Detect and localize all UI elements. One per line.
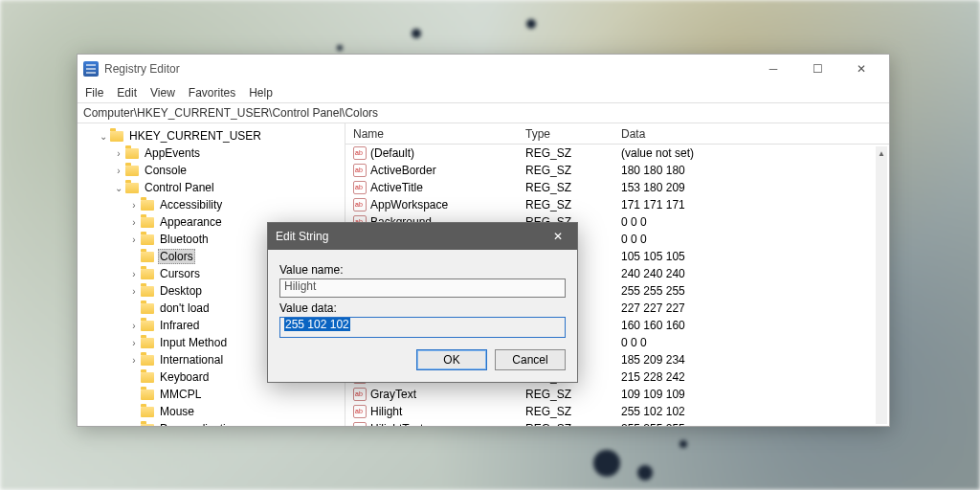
value-data: 255 255 255 <box>613 422 889 426</box>
value-data: 180 180 180 <box>613 164 889 177</box>
value-data: 240 240 240 <box>613 267 889 280</box>
value-row[interactable]: GrayTextREG_SZ109 109 109 <box>345 386 889 403</box>
expand-icon[interactable]: ⌄ <box>97 131 110 142</box>
tree-node[interactable]: Personalization <box>78 420 345 426</box>
expand-icon[interactable]: ⌄ <box>112 183 125 193</box>
expand-icon[interactable]: › <box>127 217 141 228</box>
folder-icon <box>141 321 154 331</box>
expand-icon[interactable]: › <box>127 338 141 348</box>
tree-label: Colors <box>158 249 195 264</box>
expand-icon[interactable]: › <box>127 200 141 211</box>
value-type: REG_SZ <box>518 181 613 194</box>
folder-icon <box>141 269 154 279</box>
folder-icon <box>125 183 139 193</box>
cancel-button[interactable]: Cancel <box>495 349 566 370</box>
tree-label: Mouse <box>158 405 196 418</box>
expand-icon[interactable]: › <box>127 269 141 279</box>
expand-icon[interactable]: › <box>127 355 141 366</box>
value-name-field: Hilight <box>279 278 566 298</box>
tree-label: Appearance <box>158 215 224 229</box>
tree-label: Input Method <box>158 336 229 349</box>
ok-button[interactable]: OK <box>416 349 487 370</box>
string-value-icon <box>353 405 367 418</box>
col-data[interactable]: Data <box>613 127 889 141</box>
folder-icon <box>141 390 154 400</box>
menu-help[interactable]: Help <box>249 86 273 100</box>
value-data: 105 105 105 <box>613 250 889 263</box>
address-bar[interactable]: Computer\HKEY_CURRENT_USER\Control Panel… <box>78 102 889 123</box>
folder-icon <box>141 252 154 262</box>
value-type: REG_SZ <box>518 422 613 426</box>
value-name: AppWorkspace <box>370 198 448 212</box>
string-value-icon <box>353 198 367 212</box>
col-type[interactable]: Type <box>518 127 613 141</box>
expand-icon[interactable]: › <box>127 286 141 297</box>
menu-view[interactable]: View <box>150 86 175 100</box>
value-name: Hilight <box>370 405 402 418</box>
folder-icon <box>141 372 154 383</box>
value-name: GrayText <box>370 388 416 401</box>
value-row[interactable]: ActiveTitleREG_SZ153 180 209 <box>345 179 889 196</box>
minimize-button[interactable]: ─ <box>751 55 795 83</box>
menu-file[interactable]: File <box>85 86 103 100</box>
value-data: 215 228 242 <box>613 370 889 384</box>
dialog-titlebar[interactable]: Edit String ✕ <box>268 223 577 250</box>
folder-icon <box>141 200 154 211</box>
folder-icon <box>141 217 154 228</box>
expand-icon[interactable]: › <box>112 166 125 176</box>
menu-edit[interactable]: Edit <box>117 86 137 100</box>
value-row[interactable]: HilightREG_SZ255 102 102 <box>345 403 889 420</box>
tree-node[interactable]: MMCPL <box>78 386 345 403</box>
vertical-scrollbar[interactable]: ▲ <box>876 146 887 424</box>
value-row[interactable]: HilightTextREG_SZ255 255 255 <box>345 420 889 426</box>
app-icon <box>83 61 99 77</box>
tree-label: Cursors <box>158 267 202 280</box>
maximize-button[interactable]: ☐ <box>795 55 839 83</box>
value-data: 185 209 234 <box>613 353 889 367</box>
folder-icon <box>141 338 154 348</box>
tree-label: Accessibility <box>158 198 224 212</box>
tree-label: don't load <box>158 301 212 315</box>
expand-icon[interactable]: › <box>127 234 141 245</box>
value-name-label: Value name: <box>279 263 566 277</box>
value-row[interactable]: (Default)REG_SZ(value not set) <box>345 145 889 162</box>
address-text: Computer\HKEY_CURRENT_USER\Control Panel… <box>83 106 378 120</box>
tree-label: Control Panel <box>143 181 216 194</box>
tree-label: Keyboard <box>158 370 211 384</box>
string-value-icon <box>353 388 367 401</box>
expand-icon[interactable]: › <box>127 321 141 331</box>
tree-node[interactable]: ›AppEvents <box>78 145 345 162</box>
close-button[interactable]: ✕ <box>839 55 883 83</box>
tree-label: Infrared <box>158 319 201 332</box>
list-header[interactable]: Name Type Data <box>345 123 889 145</box>
tree-node[interactable]: ⌄Control Panel <box>78 179 345 196</box>
col-name[interactable]: Name <box>345 127 518 141</box>
value-data: (value not set) <box>613 146 889 160</box>
tree-label: Personalization <box>158 422 240 426</box>
menu-favorites[interactable]: Favorites <box>189 86 235 100</box>
folder-icon <box>141 407 154 417</box>
value-row[interactable]: AppWorkspaceREG_SZ171 171 171 <box>345 196 889 213</box>
tree-node[interactable]: ›Console <box>78 162 345 179</box>
value-type: REG_SZ <box>518 388 613 401</box>
scroll-up-icon[interactable]: ▲ <box>876 146 887 160</box>
string-value-icon <box>353 422 367 426</box>
value-data: 0 0 0 <box>613 233 889 246</box>
value-row[interactable]: ActiveBorderREG_SZ180 180 180 <box>345 162 889 179</box>
tree-node[interactable]: ›Accessibility <box>78 196 345 213</box>
value-data-input[interactable]: 255 102 102 <box>279 317 566 338</box>
folder-icon <box>125 148 139 159</box>
expand-icon[interactable]: › <box>112 148 125 159</box>
value-name: ActiveBorder <box>370 164 436 177</box>
menubar: File Edit View Favorites Help <box>78 83 889 102</box>
value-type: REG_SZ <box>518 164 613 177</box>
tree-node[interactable]: Mouse <box>78 403 345 420</box>
dialog-close-button[interactable]: ✕ <box>546 227 569 246</box>
value-type: REG_SZ <box>518 198 613 212</box>
value-data: 160 160 160 <box>613 319 889 332</box>
string-value-icon <box>353 164 367 177</box>
tree-node[interactable]: ⌄HKEY_CURRENT_USER <box>78 127 345 145</box>
titlebar[interactable]: Registry Editor ─ ☐ ✕ <box>78 55 889 83</box>
tree-label: Bluetooth <box>158 233 211 246</box>
value-name: HilightText <box>370 422 423 426</box>
